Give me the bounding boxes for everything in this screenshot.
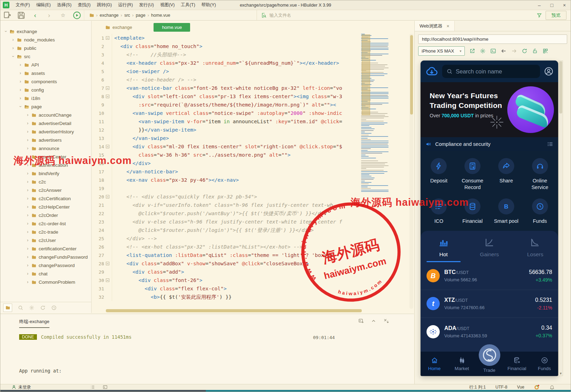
encoding-indicator[interactable]: UTF-8 bbox=[495, 385, 507, 390]
code-line[interactable]: 7− <van-notice-bar class="font-26 text-w… bbox=[92, 84, 358, 92]
tree-chevron-icon[interactable]: › bbox=[25, 246, 30, 251]
tree-item-advertiserhistory[interactable]: ›advertiserHistory bbox=[0, 127, 91, 136]
grid-item-deposit[interactable]: Deposit bbox=[422, 154, 456, 194]
file-search-input[interactable] bbox=[269, 13, 490, 18]
tab-gainers[interactable]: Gainers bbox=[467, 237, 513, 262]
code-line[interactable]: 3 <!-- //头部组件--> bbox=[92, 50, 358, 59]
coin-row-xtz[interactable]: tXTZ/USDTVolume 7247600.660.5231-2.11% bbox=[421, 290, 558, 318]
sync-status-icon[interactable] bbox=[534, 384, 540, 390]
tree-chevron-icon[interactable]: › bbox=[18, 62, 23, 67]
code-line[interactable]: 15 class="w-36 h-36" src="../assets/more… bbox=[92, 151, 358, 159]
nav-home[interactable]: Home bbox=[421, 352, 448, 376]
tree-item-advertiserdetail[interactable]: ›advertiserDetail bbox=[0, 119, 91, 127]
tree-item-changefundspassword[interactable]: ›changeFundsPassword bbox=[0, 253, 91, 261]
qr-code-icon[interactable] bbox=[542, 48, 548, 54]
save-icon[interactable] bbox=[14, 11, 28, 20]
star-icon[interactable]: ☆ bbox=[56, 11, 70, 20]
tree-chevron-icon[interactable]: › bbox=[25, 196, 30, 201]
tree-item-c2c-trade[interactable]: ›c2c-trade bbox=[0, 228, 91, 236]
code-line[interactable]: 12 }}</van-swipe-item> bbox=[92, 126, 358, 134]
menu--u-[interactable]: 发行(U) bbox=[136, 1, 157, 9]
tree-item-public[interactable]: ›public bbox=[0, 44, 91, 52]
tree-chevron-icon[interactable]: › bbox=[3, 29, 8, 34]
notice-bar[interactable]: Compliance and security bbox=[421, 137, 558, 151]
account-icon[interactable] bbox=[544, 67, 553, 76]
tree-item-announce[interactable]: ›announce bbox=[0, 144, 91, 152]
grid-item-online-service[interactable]: Online Service bbox=[523, 154, 557, 194]
menu--v-[interactable]: 视图(V) bbox=[157, 1, 178, 9]
menu--t-[interactable]: 工具(T) bbox=[178, 1, 198, 9]
tree-chevron-icon[interactable]: › bbox=[25, 121, 30, 126]
code-line[interactable]: 13 </van-swipe> bbox=[92, 134, 358, 142]
fold-marker-icon[interactable]: − bbox=[106, 142, 112, 151]
tree-item-exchange[interactable]: ›exchange bbox=[0, 27, 91, 36]
tree-chevron-icon[interactable]: › bbox=[25, 271, 30, 276]
code-line[interactable]: 4 <ex-header class="px-32" :unread_num="… bbox=[92, 59, 358, 67]
tree-chevron-icon[interactable]: › bbox=[18, 71, 23, 76]
console-icon[interactable] bbox=[490, 48, 496, 54]
tree-chevron-icon[interactable]: › bbox=[10, 37, 16, 42]
fold-marker-icon[interactable]: − bbox=[106, 259, 112, 268]
new-terminal-icon[interactable] bbox=[358, 318, 364, 324]
fold-marker-icon[interactable]: − bbox=[106, 193, 112, 201]
scroll-down-icon[interactable]: ▼ bbox=[559, 372, 563, 375]
new-file-icon[interactable] bbox=[0, 11, 14, 20]
login-status[interactable]: 未登录 bbox=[11, 384, 31, 390]
language-mode[interactable]: Vue bbox=[517, 385, 524, 390]
code-line[interactable]: 19 bbox=[92, 184, 358, 193]
coin-search-bar[interactable]: Search coin name bbox=[442, 65, 540, 78]
code-line[interactable]: 6 <!-- <ioe-header /> --> bbox=[92, 76, 358, 84]
tree-item-c2c-order-list[interactable]: ›c2c-order-list bbox=[0, 219, 91, 228]
tree-item-i18n[interactable]: ›i18n bbox=[0, 94, 91, 102]
tree-item-chat[interactable]: ›chat bbox=[0, 269, 91, 278]
tree-chevron-icon[interactable]: › bbox=[25, 204, 30, 209]
view-files-tab[interactable] bbox=[3, 304, 12, 312]
menu--r-[interactable]: 运行(R) bbox=[115, 1, 136, 9]
editor-scrollbar[interactable] bbox=[409, 34, 413, 309]
code-line[interactable]: 20− <!-- <div class="quickly flex px-32 … bbox=[92, 193, 358, 201]
tree-chevron-icon[interactable]: › bbox=[25, 129, 30, 134]
status-view-icon[interactable] bbox=[51, 305, 57, 311]
coin-row-btc[interactable]: BBTC/USDTVolume 5662.9656636.78+3.49% bbox=[421, 262, 558, 290]
code-line[interactable]: 18 <ex-nav class="px-32 py-46"></ex-nav> bbox=[92, 176, 358, 184]
minimize-button[interactable]: – bbox=[533, 0, 546, 10]
menu--f-[interactable]: 文件(F) bbox=[13, 1, 33, 9]
tree-item-page[interactable]: ›page bbox=[0, 102, 91, 111]
tree-item-src[interactable]: ›src bbox=[0, 52, 91, 61]
tree-chevron-icon[interactable]: › bbox=[25, 146, 30, 151]
tree-chevron-icon[interactable]: › bbox=[25, 213, 30, 218]
coin-row-ada[interactable]: ADA/USDTVolume 47143363.590.34+0.37% bbox=[421, 318, 558, 346]
tree-chevron-icon[interactable]: › bbox=[11, 54, 16, 59]
grid-item-smart-pool[interactable]: BSmart pool bbox=[490, 194, 523, 228]
code-line[interactable]: 8− <div slot="left-icon" class="pr-13 fl… bbox=[92, 92, 358, 101]
plugins-view-icon[interactable] bbox=[29, 305, 34, 311]
maximize-button[interactable]: □ bbox=[546, 0, 558, 10]
tree-item-c2chelpcenter[interactable]: ›c2cHelpCenter bbox=[0, 203, 91, 211]
fold-marker-icon[interactable]: − bbox=[106, 34, 112, 42]
fold-marker-icon[interactable]: − bbox=[106, 276, 112, 284]
tree-chevron-icon[interactable]: › bbox=[25, 221, 30, 226]
breadcrumb-item-exchange[interactable]: exchange bbox=[99, 13, 119, 18]
breadcrumb[interactable]: ›exchange›src›page›home.vue bbox=[84, 10, 257, 20]
tree-chevron-icon[interactable]: › bbox=[25, 263, 30, 268]
grid-item-funds[interactable]: Funds bbox=[523, 194, 557, 228]
code-line[interactable]: 14− <div class="ml-20 flex items-center"… bbox=[92, 142, 358, 151]
browser-forward-icon[interactable] bbox=[511, 48, 517, 54]
tree-item-components[interactable]: ›components bbox=[0, 77, 91, 86]
code-line[interactable]: 16 </div> bbox=[92, 159, 358, 167]
nav-financial[interactable]: Financial bbox=[503, 352, 531, 376]
tree-item-c2c[interactable]: ›c2c bbox=[0, 178, 91, 186]
menu--s-[interactable]: 选择(S) bbox=[54, 1, 75, 9]
tree-chevron-icon[interactable]: › bbox=[25, 138, 30, 142]
menu--y-[interactable]: 帮助(Y) bbox=[198, 1, 219, 9]
device-selector[interactable]: iPhone XS MAX ▾ bbox=[418, 46, 465, 56]
editor-scrollbar-thumb[interactable] bbox=[410, 35, 413, 115]
notice-list-icon[interactable] bbox=[547, 141, 553, 147]
cursor-position[interactable]: 行:1 列:1 bbox=[469, 384, 486, 390]
tree-item-certificationcenter[interactable]: ›certificationCenter bbox=[0, 244, 91, 253]
tree-item-advertisers[interactable]: ›advertisers bbox=[0, 136, 91, 144]
terminal-tab[interactable]: 终端-exchange bbox=[19, 319, 49, 328]
menu--e-[interactable]: 编辑(E) bbox=[33, 1, 54, 9]
code-line[interactable]: 11 <van-swipe-item v-for="item in announ… bbox=[92, 117, 358, 126]
tree-item-c2corder[interactable]: ›c2cOrder bbox=[0, 211, 91, 219]
